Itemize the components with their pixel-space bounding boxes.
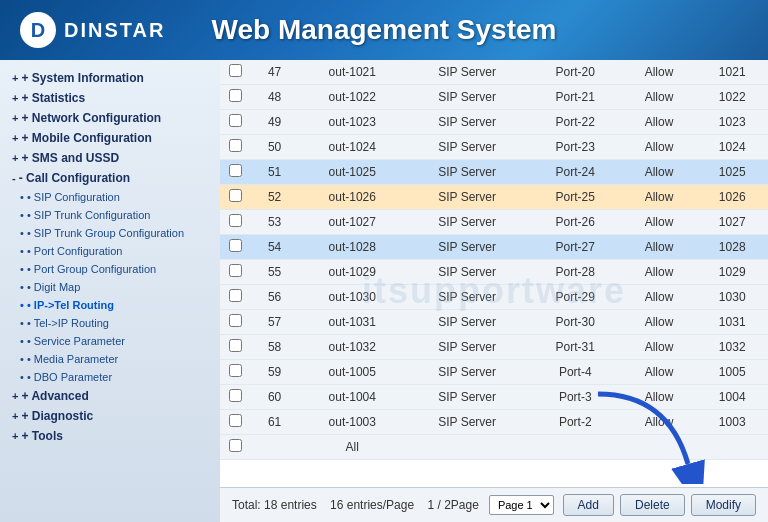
cell-1: out-1004	[299, 385, 405, 410]
cell-5: 1027	[696, 210, 768, 235]
cell-4: Allow	[622, 210, 697, 235]
cell-0: 53	[250, 210, 299, 235]
cell-5: 1029	[696, 260, 768, 285]
main-layout: + System Information+ Statistics+ Networ…	[0, 60, 768, 522]
sidebar-item-dbo-parameter[interactable]: • DBO Parameter	[0, 368, 220, 386]
cell-4: Allow	[622, 310, 697, 335]
row-checkbox[interactable]	[229, 314, 242, 327]
cell-1: out-1025	[299, 160, 405, 185]
table-row: 56out-1030SIP ServerPort-29Allow1030	[220, 285, 768, 310]
cell-2: SIP Server	[405, 110, 529, 135]
delete-button[interactable]: Delete	[620, 494, 685, 516]
cell-0: 47	[250, 60, 299, 85]
modify-button[interactable]: Modify	[691, 494, 756, 516]
sidebar-item-call-configuration[interactable]: - Call Configuration	[0, 168, 220, 188]
row-checkbox[interactable]	[229, 114, 242, 127]
cell-0: 61	[250, 410, 299, 435]
row-checkbox[interactable]	[229, 439, 242, 452]
logo-icon: D	[20, 12, 56, 48]
cell-5: 1005	[696, 360, 768, 385]
sidebar-item-mobile-configuration[interactable]: + Mobile Configuration	[0, 128, 220, 148]
cell-3	[529, 435, 622, 460]
cell-3: Port-24	[529, 160, 622, 185]
sidebar-item-port-config[interactable]: • Port Configuration	[0, 242, 220, 260]
sidebar: + System Information+ Statistics+ Networ…	[0, 60, 220, 522]
sidebar-item-port-group-config[interactable]: • Port Group Configuration	[0, 260, 220, 278]
sidebar-item-ip-tel-routing[interactable]: • IP->Tel Routing	[0, 296, 220, 314]
cell-5: 1003	[696, 410, 768, 435]
sidebar-item-diagnostic[interactable]: + Diagnostic	[0, 406, 220, 426]
row-checkbox[interactable]	[229, 214, 242, 227]
row-checkbox[interactable]	[229, 389, 242, 402]
sidebar-item-media-parameter[interactable]: • Media Parameter	[0, 350, 220, 368]
cell-2: SIP Server	[405, 235, 529, 260]
page-select[interactable]: Page 1Page 2	[489, 495, 554, 515]
cell-3: Port-26	[529, 210, 622, 235]
header: D DINSTAR Web Management System	[0, 0, 768, 60]
cell-4: Allow	[622, 360, 697, 385]
sidebar-item-advanced[interactable]: + Advanced	[0, 386, 220, 406]
table-row: 48out-1022SIP ServerPort-21Allow1022	[220, 85, 768, 110]
sidebar-item-service-parameter[interactable]: • Service Parameter	[0, 332, 220, 350]
sidebar-item-statistics[interactable]: + Statistics	[0, 88, 220, 108]
sidebar-item-system-information[interactable]: + System Information	[0, 68, 220, 88]
sidebar-item-sip-config[interactable]: • SIP Configuration	[0, 188, 220, 206]
cell-4: Allow	[622, 260, 697, 285]
sidebar-item-tools[interactable]: + Tools	[0, 426, 220, 446]
cell-2: SIP Server	[405, 335, 529, 360]
row-checkbox[interactable]	[229, 364, 242, 377]
row-checkbox[interactable]	[229, 264, 242, 277]
cell-0: 55	[250, 260, 299, 285]
routing-table: 47out-1021SIP ServerPort-20Allow102148ou…	[220, 60, 768, 460]
row-checkbox[interactable]	[229, 189, 242, 202]
cell-3: Port-27	[529, 235, 622, 260]
table-row: 49out-1023SIP ServerPort-22Allow1023	[220, 110, 768, 135]
sidebar-item-tel-ip-routing[interactable]: • Tel->IP Routing	[0, 314, 220, 332]
row-checkbox[interactable]	[229, 339, 242, 352]
cell-5	[696, 435, 768, 460]
table-row: 52out-1026SIP ServerPort-25Allow1026	[220, 185, 768, 210]
row-checkbox[interactable]	[229, 89, 242, 102]
cell-3: Port-25	[529, 185, 622, 210]
sidebar-item-network-configuration[interactable]: + Network Configuration	[0, 108, 220, 128]
cell-4: Allow	[622, 110, 697, 135]
row-checkbox[interactable]	[229, 164, 242, 177]
table-row: 55out-1029SIP ServerPort-28Allow1029	[220, 260, 768, 285]
cell-4: Allow	[622, 185, 697, 210]
cell-3: Port-20	[529, 60, 622, 85]
cell-4: Allow	[622, 85, 697, 110]
table-row: 59out-1005SIP ServerPort-4Allow1005	[220, 360, 768, 385]
cell-3: Port-23	[529, 135, 622, 160]
sidebar-item-sip-trunk-group-config[interactable]: • SIP Trunk Group Configuration	[0, 224, 220, 242]
row-checkbox[interactable]	[229, 414, 242, 427]
cell-0: 49	[250, 110, 299, 135]
cell-3: Port-30	[529, 310, 622, 335]
cell-1: out-1027	[299, 210, 405, 235]
table-row: 58out-1032SIP ServerPort-31Allow1032	[220, 335, 768, 360]
cell-5: 1004	[696, 385, 768, 410]
cell-3: Port-4	[529, 360, 622, 385]
sidebar-item-sms-ussd[interactable]: + SMS and USSD	[0, 148, 220, 168]
row-checkbox[interactable]	[229, 139, 242, 152]
table-row: 57out-1031SIP ServerPort-30Allow1031	[220, 310, 768, 335]
sidebar-item-digit-map[interactable]: • Digit Map	[0, 278, 220, 296]
cell-2: SIP Server	[405, 85, 529, 110]
table-row: 47out-1021SIP ServerPort-20Allow1021	[220, 60, 768, 85]
cell-1: out-1021	[299, 60, 405, 85]
content-area: itsupportware 47out-1021SIP ServerPort-2…	[220, 60, 768, 522]
cell-4	[622, 435, 697, 460]
row-checkbox[interactable]	[229, 239, 242, 252]
cell-0: 52	[250, 185, 299, 210]
add-button[interactable]: Add	[563, 494, 614, 516]
cell-3: Port-22	[529, 110, 622, 135]
cell-5: 1028	[696, 235, 768, 260]
logo-area: D DINSTAR	[20, 12, 165, 48]
row-checkbox[interactable]	[229, 64, 242, 77]
cell-2: SIP Server	[405, 210, 529, 235]
cell-2: SIP Server	[405, 385, 529, 410]
table-row: 51out-1025SIP ServerPort-24Allow1025	[220, 160, 768, 185]
row-checkbox[interactable]	[229, 289, 242, 302]
cell-1: out-1026	[299, 185, 405, 210]
sidebar-item-sip-trunk-config[interactable]: • SIP Trunk Configuration	[0, 206, 220, 224]
total-entries: 18 entries	[264, 498, 317, 512]
